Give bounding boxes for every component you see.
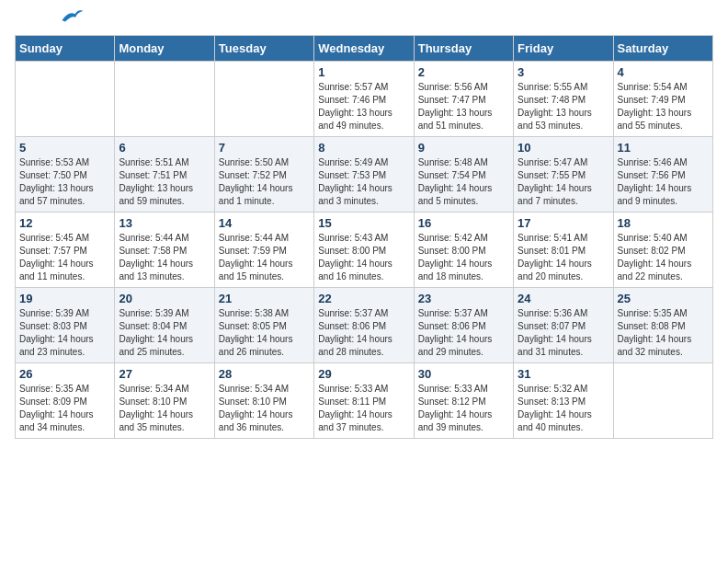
calendar-cell [613, 363, 712, 439]
day-info: Sunrise: 5:44 AM Sunset: 7:59 PM Dayligh… [219, 232, 310, 283]
day-info: Sunrise: 5:33 AM Sunset: 8:12 PM Dayligh… [418, 383, 509, 434]
day-number: 14 [219, 216, 310, 230]
day-info: Sunrise: 5:47 AM Sunset: 7:55 PM Dayligh… [518, 156, 609, 208]
day-info: Sunrise: 5:41 AM Sunset: 8:01 PM Dayligh… [518, 232, 609, 283]
calendar-cell [115, 62, 214, 137]
calendar-cell: 20Sunrise: 5:39 AM Sunset: 8:04 PM Dayli… [115, 288, 214, 363]
calendar-cell: 10Sunrise: 5:47 AM Sunset: 7:55 PM Dayli… [514, 137, 613, 213]
day-number: 11 [618, 141, 709, 155]
day-info: Sunrise: 5:44 AM Sunset: 7:58 PM Dayligh… [119, 232, 210, 283]
day-number: 28 [219, 367, 310, 381]
day-number: 26 [19, 367, 110, 381]
day-info: Sunrise: 5:39 AM Sunset: 8:03 PM Dayligh… [19, 307, 110, 359]
day-number: 22 [318, 292, 409, 305]
calendar-cell: 9Sunrise: 5:48 AM Sunset: 7:54 PM Daylig… [414, 137, 513, 213]
calendar-cell [16, 62, 115, 137]
day-number: 9 [418, 141, 509, 155]
day-number: 4 [618, 65, 709, 79]
day-info: Sunrise: 5:35 AM Sunset: 8:09 PM Dayligh… [19, 383, 110, 434]
day-info: Sunrise: 5:48 AM Sunset: 7:54 PM Dayligh… [418, 156, 509, 208]
day-number: 19 [19, 292, 110, 305]
calendar-week-row: 1Sunrise: 5:57 AM Sunset: 7:46 PM Daylig… [16, 62, 713, 137]
calendar-cell: 6Sunrise: 5:51 AM Sunset: 7:51 PM Daylig… [115, 137, 214, 213]
calendar-cell: 28Sunrise: 5:34 AM Sunset: 8:10 PM Dayli… [214, 363, 313, 439]
logo-bird-icon [59, 7, 85, 26]
weekday-header: Tuesday [214, 36, 313, 62]
day-number: 5 [19, 141, 110, 155]
calendar-cell: 23Sunrise: 5:37 AM Sunset: 8:06 PM Dayli… [414, 288, 513, 363]
logo [15, 15, 85, 26]
weekday-header: Sunday [16, 36, 115, 62]
calendar-cell: 15Sunrise: 5:43 AM Sunset: 8:00 PM Dayli… [314, 213, 414, 288]
calendar-cell: 26Sunrise: 5:35 AM Sunset: 8:09 PM Dayli… [16, 363, 115, 439]
day-info: Sunrise: 5:55 AM Sunset: 7:48 PM Dayligh… [518, 81, 609, 132]
day-number: 31 [518, 367, 609, 381]
calendar-cell: 17Sunrise: 5:41 AM Sunset: 8:01 PM Dayli… [514, 213, 613, 288]
day-info: Sunrise: 5:37 AM Sunset: 8:06 PM Dayligh… [418, 307, 509, 359]
calendar-cell: 13Sunrise: 5:44 AM Sunset: 7:58 PM Dayli… [115, 213, 214, 288]
calendar-cell: 5Sunrise: 5:53 AM Sunset: 7:50 PM Daylig… [16, 137, 115, 213]
calendar-cell: 22Sunrise: 5:37 AM Sunset: 8:06 PM Dayli… [314, 288, 414, 363]
weekday-header: Monday [115, 36, 214, 62]
calendar-cell: 27Sunrise: 5:34 AM Sunset: 8:10 PM Dayli… [115, 363, 214, 439]
day-info: Sunrise: 5:38 AM Sunset: 8:05 PM Dayligh… [219, 307, 310, 359]
day-number: 13 [119, 216, 210, 230]
day-info: Sunrise: 5:54 AM Sunset: 7:49 PM Dayligh… [618, 81, 709, 132]
day-number: 7 [219, 141, 310, 155]
day-number: 10 [518, 141, 609, 155]
calendar-cell: 31Sunrise: 5:32 AM Sunset: 8:13 PM Dayli… [514, 363, 613, 439]
day-info: Sunrise: 5:56 AM Sunset: 7:47 PM Dayligh… [418, 81, 509, 132]
day-number: 18 [618, 216, 709, 230]
day-info: Sunrise: 5:43 AM Sunset: 8:00 PM Dayligh… [318, 232, 409, 283]
day-info: Sunrise: 5:33 AM Sunset: 8:11 PM Dayligh… [318, 383, 409, 434]
page-header [15, 15, 713, 26]
day-info: Sunrise: 5:37 AM Sunset: 8:06 PM Dayligh… [318, 307, 409, 359]
weekday-header-row: SundayMondayTuesdayWednesdayThursdayFrid… [16, 36, 713, 62]
calendar-cell: 2Sunrise: 5:56 AM Sunset: 7:47 PM Daylig… [414, 62, 513, 137]
day-number: 3 [518, 65, 609, 79]
day-number: 25 [618, 292, 709, 305]
day-number: 21 [219, 292, 310, 305]
day-number: 2 [418, 65, 509, 79]
calendar-cell: 8Sunrise: 5:49 AM Sunset: 7:53 PM Daylig… [314, 137, 414, 213]
calendar-cell: 1Sunrise: 5:57 AM Sunset: 7:46 PM Daylig… [314, 62, 414, 137]
day-info: Sunrise: 5:42 AM Sunset: 8:00 PM Dayligh… [418, 232, 509, 283]
day-info: Sunrise: 5:51 AM Sunset: 7:51 PM Dayligh… [119, 156, 210, 208]
calendar-cell: 30Sunrise: 5:33 AM Sunset: 8:12 PM Dayli… [414, 363, 513, 439]
day-info: Sunrise: 5:32 AM Sunset: 8:13 PM Dayligh… [518, 383, 609, 434]
calendar-week-row: 12Sunrise: 5:45 AM Sunset: 7:57 PM Dayli… [16, 213, 713, 288]
calendar-cell [214, 62, 313, 137]
calendar-cell: 19Sunrise: 5:39 AM Sunset: 8:03 PM Dayli… [16, 288, 115, 363]
weekday-header: Friday [514, 36, 613, 62]
day-number: 8 [318, 141, 409, 155]
day-info: Sunrise: 5:53 AM Sunset: 7:50 PM Dayligh… [19, 156, 110, 208]
calendar-cell: 24Sunrise: 5:36 AM Sunset: 8:07 PM Dayli… [514, 288, 613, 363]
day-info: Sunrise: 5:49 AM Sunset: 7:53 PM Dayligh… [318, 156, 409, 208]
day-info: Sunrise: 5:36 AM Sunset: 8:07 PM Dayligh… [518, 307, 609, 359]
weekday-header: Wednesday [314, 36, 414, 62]
calendar-cell: 21Sunrise: 5:38 AM Sunset: 8:05 PM Dayli… [214, 288, 313, 363]
day-number: 20 [119, 292, 210, 305]
weekday-header: Saturday [613, 36, 712, 62]
day-number: 6 [119, 141, 210, 155]
day-number: 27 [119, 367, 210, 381]
calendar-cell: 18Sunrise: 5:40 AM Sunset: 8:02 PM Dayli… [613, 213, 712, 288]
day-number: 23 [418, 292, 509, 305]
day-number: 24 [518, 292, 609, 305]
day-number: 29 [318, 367, 409, 381]
calendar-cell: 3Sunrise: 5:55 AM Sunset: 7:48 PM Daylig… [514, 62, 613, 137]
day-info: Sunrise: 5:35 AM Sunset: 8:08 PM Dayligh… [618, 307, 709, 359]
day-info: Sunrise: 5:50 AM Sunset: 7:52 PM Dayligh… [219, 156, 310, 208]
calendar-cell: 29Sunrise: 5:33 AM Sunset: 8:11 PM Dayli… [314, 363, 414, 439]
day-info: Sunrise: 5:40 AM Sunset: 8:02 PM Dayligh… [618, 232, 709, 283]
day-number: 17 [518, 216, 609, 230]
calendar-cell: 12Sunrise: 5:45 AM Sunset: 7:57 PM Dayli… [16, 213, 115, 288]
day-info: Sunrise: 5:34 AM Sunset: 8:10 PM Dayligh… [219, 383, 310, 434]
day-number: 15 [318, 216, 409, 230]
calendar-cell: 14Sunrise: 5:44 AM Sunset: 7:59 PM Dayli… [214, 213, 313, 288]
calendar-cell: 25Sunrise: 5:35 AM Sunset: 8:08 PM Dayli… [613, 288, 712, 363]
calendar-table: SundayMondayTuesdayWednesdayThursdayFrid… [15, 35, 713, 439]
day-number: 1 [318, 65, 409, 79]
day-info: Sunrise: 5:45 AM Sunset: 7:57 PM Dayligh… [19, 232, 110, 283]
calendar-week-row: 5Sunrise: 5:53 AM Sunset: 7:50 PM Daylig… [16, 137, 713, 213]
